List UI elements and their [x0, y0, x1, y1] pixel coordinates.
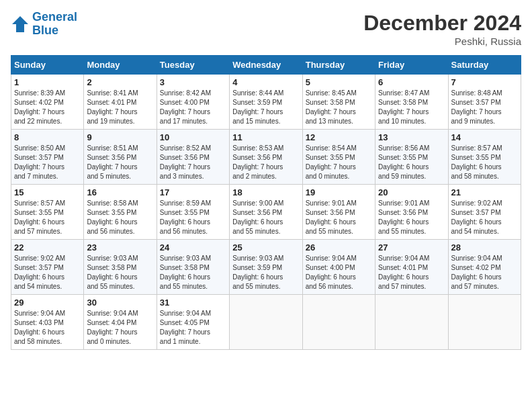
- calendar-cell: 13Sunrise: 8:56 AMSunset: 3:55 PMDayligh…: [375, 130, 448, 185]
- logo-icon: [11, 15, 30, 34]
- calendar-cell: 30Sunrise: 9:04 AMSunset: 4:04 PMDayligh…: [84, 295, 157, 350]
- day-number: 19: [306, 187, 372, 197]
- day-info: Sunrise: 8:50 AMSunset: 3:57 PMDaylight:…: [14, 144, 81, 181]
- day-number: 1: [14, 77, 81, 87]
- day-info: Sunrise: 8:57 AMSunset: 3:55 PMDaylight:…: [14, 199, 81, 236]
- day-info: Sunrise: 9:01 AMSunset: 3:56 PMDaylight:…: [306, 199, 372, 236]
- day-number: 2: [87, 77, 153, 87]
- logo-line2: Blue: [32, 24, 58, 37]
- calendar-cell: 26Sunrise: 9:04 AMSunset: 4:00 PMDayligh…: [302, 240, 375, 295]
- calendar-cell: 8Sunrise: 8:50 AMSunset: 3:57 PMDaylight…: [11, 130, 84, 185]
- calendar-cell: [230, 295, 302, 350]
- day-number: 31: [160, 298, 226, 308]
- calendar-cell: 28Sunrise: 9:04 AMSunset: 4:02 PMDayligh…: [448, 240, 521, 295]
- day-info: Sunrise: 8:44 AMSunset: 3:59 PMDaylight:…: [232, 89, 299, 126]
- logo-text: General Blue: [32, 11, 77, 38]
- weekday-header-sunday: Sunday: [11, 56, 84, 75]
- day-number: 8: [14, 132, 81, 142]
- calendar-cell: 2Sunrise: 8:41 AMSunset: 4:01 PMDaylight…: [84, 75, 157, 130]
- day-number: 28: [451, 242, 518, 253]
- location-label: Peshki, Russia: [363, 36, 521, 47]
- day-info: Sunrise: 8:42 AMSunset: 4:00 PMDaylight:…: [160, 89, 226, 126]
- day-info: Sunrise: 8:41 AMSunset: 4:01 PMDaylight:…: [87, 89, 153, 126]
- weekday-header-wednesday: Wednesday: [230, 56, 302, 75]
- day-info: Sunrise: 8:53 AMSunset: 3:56 PMDaylight:…: [232, 144, 299, 181]
- day-number: 7: [451, 77, 518, 87]
- day-number: 30: [87, 298, 153, 308]
- day-info: Sunrise: 8:59 AMSunset: 3:55 PMDaylight:…: [160, 199, 226, 236]
- day-info: Sunrise: 9:00 AMSunset: 3:56 PMDaylight:…: [232, 199, 299, 236]
- day-number: 9: [87, 132, 153, 142]
- day-info: Sunrise: 8:58 AMSunset: 3:55 PMDaylight:…: [87, 199, 153, 236]
- day-info: Sunrise: 9:04 AMSunset: 4:01 PMDaylight:…: [378, 254, 445, 291]
- calendar-header-row: SundayMondayTuesdayWednesdayThursdayFrid…: [11, 56, 521, 75]
- calendar-cell: 5Sunrise: 8:45 AMSunset: 3:58 PMDaylight…: [302, 75, 375, 130]
- calendar-cell: 7Sunrise: 8:48 AMSunset: 3:57 PMDaylight…: [448, 75, 521, 130]
- calendar-cell: 15Sunrise: 8:57 AMSunset: 3:55 PMDayligh…: [11, 185, 84, 240]
- day-info: Sunrise: 9:01 AMSunset: 3:56 PMDaylight:…: [378, 199, 445, 236]
- day-info: Sunrise: 9:04 AMSunset: 4:00 PMDaylight:…: [306, 254, 372, 291]
- calendar-cell: 6Sunrise: 8:47 AMSunset: 3:58 PMDaylight…: [375, 75, 448, 130]
- calendar-cell: 3Sunrise: 8:42 AMSunset: 4:00 PMDaylight…: [157, 75, 229, 130]
- day-info: Sunrise: 9:02 AMSunset: 3:57 PMDaylight:…: [14, 254, 81, 291]
- calendar-cell: 24Sunrise: 9:03 AMSunset: 3:58 PMDayligh…: [157, 240, 229, 295]
- day-number: 10: [160, 132, 226, 142]
- calendar-cell: 31Sunrise: 9:04 AMSunset: 4:05 PMDayligh…: [157, 295, 229, 350]
- calendar-cell: 20Sunrise: 9:01 AMSunset: 3:56 PMDayligh…: [375, 185, 448, 240]
- calendar-cell: 16Sunrise: 8:58 AMSunset: 3:55 PMDayligh…: [84, 185, 157, 240]
- day-number: 6: [378, 77, 445, 87]
- calendar-table: SundayMondayTuesdayWednesdayThursdayFrid…: [11, 55, 521, 350]
- day-info: Sunrise: 9:04 AMSunset: 4:02 PMDaylight:…: [451, 254, 518, 291]
- weekday-header-tuesday: Tuesday: [157, 56, 229, 75]
- weekday-header-friday: Friday: [375, 56, 448, 75]
- day-number: 12: [306, 132, 372, 142]
- day-info: Sunrise: 8:54 AMSunset: 3:55 PMDaylight:…: [306, 144, 372, 181]
- calendar-cell: 22Sunrise: 9:02 AMSunset: 3:57 PMDayligh…: [11, 240, 84, 295]
- day-info: Sunrise: 9:02 AMSunset: 3:57 PMDaylight:…: [451, 199, 518, 236]
- calendar-cell: 29Sunrise: 9:04 AMSunset: 4:03 PMDayligh…: [11, 295, 84, 350]
- calendar-cell: 23Sunrise: 9:03 AMSunset: 3:58 PMDayligh…: [84, 240, 157, 295]
- day-number: 14: [451, 132, 518, 142]
- calendar-body: 1Sunrise: 8:39 AMSunset: 4:02 PMDaylight…: [11, 75, 521, 350]
- calendar-cell: 9Sunrise: 8:51 AMSunset: 3:56 PMDaylight…: [84, 130, 157, 185]
- calendar-cell: 10Sunrise: 8:52 AMSunset: 3:56 PMDayligh…: [157, 130, 229, 185]
- day-number: 21: [451, 187, 518, 197]
- day-info: Sunrise: 9:04 AMSunset: 4:04 PMDaylight:…: [87, 309, 153, 347]
- calendar-cell: 4Sunrise: 8:44 AMSunset: 3:59 PMDaylight…: [230, 75, 302, 130]
- calendar-cell: 11Sunrise: 8:53 AMSunset: 3:56 PMDayligh…: [230, 130, 302, 185]
- calendar-cell: [448, 295, 521, 350]
- calendar-cell: 1Sunrise: 8:39 AMSunset: 4:02 PMDaylight…: [11, 75, 84, 130]
- logo-line1: General: [32, 10, 77, 24]
- day-number: 5: [306, 77, 372, 87]
- day-number: 4: [232, 77, 299, 87]
- svg-marker-0: [12, 16, 28, 32]
- logo: General Blue: [11, 11, 77, 38]
- day-number: 18: [232, 187, 299, 197]
- calendar-week-5: 29Sunrise: 9:04 AMSunset: 4:03 PMDayligh…: [11, 295, 521, 350]
- day-info: Sunrise: 8:56 AMSunset: 3:55 PMDaylight:…: [378, 144, 445, 181]
- day-info: Sunrise: 8:39 AMSunset: 4:02 PMDaylight:…: [14, 89, 81, 126]
- day-info: Sunrise: 8:45 AMSunset: 3:58 PMDaylight:…: [306, 89, 372, 126]
- day-info: Sunrise: 9:03 AMSunset: 3:58 PMDaylight:…: [87, 254, 153, 291]
- month-year-title: December 2024: [363, 11, 521, 36]
- day-number: 13: [378, 132, 445, 142]
- day-number: 25: [232, 242, 299, 253]
- calendar-cell: 12Sunrise: 8:54 AMSunset: 3:55 PMDayligh…: [302, 130, 375, 185]
- weekday-header-thursday: Thursday: [302, 56, 375, 75]
- calendar-week-3: 15Sunrise: 8:57 AMSunset: 3:55 PMDayligh…: [11, 185, 521, 240]
- day-info: Sunrise: 8:48 AMSunset: 3:57 PMDaylight:…: [451, 89, 518, 126]
- weekday-header-monday: Monday: [84, 56, 157, 75]
- day-info: Sunrise: 8:57 AMSunset: 3:55 PMDaylight:…: [451, 144, 518, 181]
- page-header: General Blue December 2024 Peshki, Russi…: [11, 11, 521, 47]
- day-number: 3: [160, 77, 226, 87]
- calendar-cell: 17Sunrise: 8:59 AMSunset: 3:55 PMDayligh…: [157, 185, 229, 240]
- day-info: Sunrise: 9:03 AMSunset: 3:58 PMDaylight:…: [160, 254, 226, 291]
- calendar-cell: 27Sunrise: 9:04 AMSunset: 4:01 PMDayligh…: [375, 240, 448, 295]
- calendar-cell: 18Sunrise: 9:00 AMSunset: 3:56 PMDayligh…: [230, 185, 302, 240]
- day-number: 23: [87, 242, 153, 253]
- calendar-week-1: 1Sunrise: 8:39 AMSunset: 4:02 PMDaylight…: [11, 75, 521, 130]
- day-number: 20: [378, 187, 445, 197]
- title-block: December 2024 Peshki, Russia: [363, 11, 521, 47]
- day-number: 16: [87, 187, 153, 197]
- calendar-cell: 21Sunrise: 9:02 AMSunset: 3:57 PMDayligh…: [448, 185, 521, 240]
